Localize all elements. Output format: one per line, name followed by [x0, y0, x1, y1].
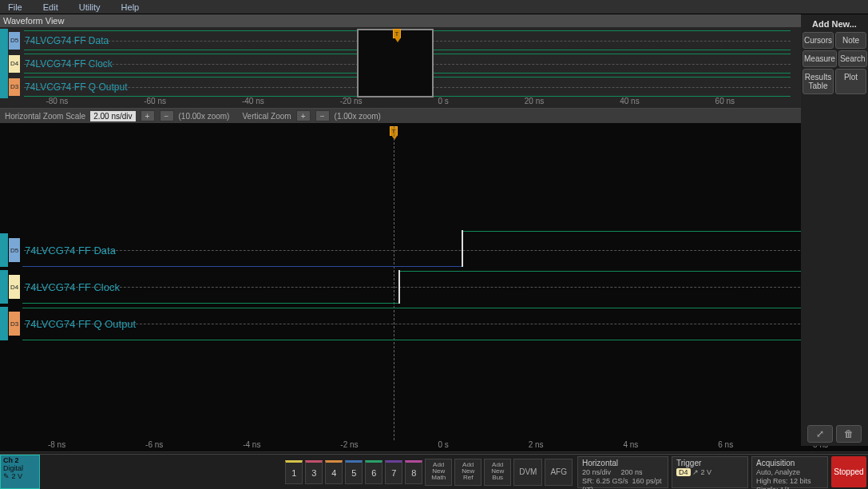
trigger-info[interactable]: Trigger D4 ↗ 2 V: [672, 456, 748, 488]
hz-zoom-readout: (10.00x zoom): [179, 112, 230, 121]
hz-scale-value[interactable]: 2.00 ns/div: [90, 111, 135, 121]
trigger-source-badge: D4: [676, 468, 691, 476]
measure-button[interactable]: Measure: [803, 50, 837, 67]
d4-high: [399, 271, 865, 272]
ch-badge-d3[interactable]: D3: [9, 312, 20, 336]
ch8-button[interactable]: 8: [405, 460, 422, 484]
vz-minus-button[interactable]: −: [315, 110, 330, 121]
waveform-view-title: Waveform View: [0, 14, 868, 27]
run-stop-button[interactable]: Stopped: [831, 456, 866, 487]
ch-zero-line: [24, 324, 868, 324]
ch-label: 74LVCG74 FF Q Output: [25, 318, 136, 330]
hz-scale-label: Horizontal Zoom Scale: [5, 112, 85, 121]
d5-edge: [462, 230, 463, 267]
d4-low: [22, 303, 399, 304]
ch-handle[interactable]: [0, 52, 8, 75]
add-ref-button[interactable]: Add New Ref: [454, 459, 482, 486]
ch6-button[interactable]: 6: [365, 460, 382, 484]
menu-utility[interactable]: Utility: [79, 2, 101, 12]
bottom-bar: Ch 2 Digital ✎ 2 V 1 3 4 5 6 7 8 Add New…: [0, 454, 868, 489]
ch1-button[interactable]: 1: [285, 460, 303, 484]
vz-plus-button[interactable]: +: [296, 110, 311, 121]
ch-handle[interactable]: [0, 75, 8, 98]
ch-handle[interactable]: [0, 307, 8, 340]
ch7-button[interactable]: 7: [385, 460, 402, 484]
vz-label: Vertical Zoom: [242, 112, 291, 121]
add-bus-button[interactable]: Add New Bus: [484, 459, 511, 486]
ch-handle[interactable]: [0, 29, 8, 52]
ch-handle[interactable]: [0, 233, 8, 267]
right-panel: Add New... Cursors Note Measure Search R…: [801, 14, 868, 446]
horizontal-info[interactable]: Horizontal 20 ns/div 200 ns SR: 6.25 GS/…: [577, 456, 668, 488]
menu-help[interactable]: Help: [121, 2, 140, 12]
ch2-info[interactable]: Ch 2 Digital ✎ 2 V: [0, 455, 40, 489]
ch-zero-line: [24, 287, 868, 288]
overview-time-axis: -80 ns -60 ns -40 ns -20 ns 0 s 20 ns 40…: [8, 97, 868, 108]
add-new-title: Add New...: [803, 16, 866, 32]
zoom-control-bar: Horizontal Zoom Scale 2.00 ns/div + − (1…: [0, 109, 868, 123]
menu-file[interactable]: File: [8, 2, 22, 12]
main-waveform-pane[interactable]: T D5 74LVCG74 FF Data D4 74LVCG74 FF Clo…: [0, 123, 868, 452]
trigger-marker-icon[interactable]: T: [393, 29, 401, 38]
hz-plus-button[interactable]: +: [141, 110, 155, 121]
ch3-button[interactable]: 3: [305, 460, 323, 484]
ch-label: 74LVCG74 FF Data: [25, 245, 116, 256]
ch-badge-d5[interactable]: D5: [9, 238, 20, 262]
ch-badge-d5[interactable]: D5: [9, 32, 20, 50]
add-math-button[interactable]: Add New Math: [425, 459, 452, 486]
vz-zoom-readout: (1.00x zoom): [335, 112, 381, 121]
d3-low: [22, 340, 865, 340]
note-button[interactable]: Note: [835, 32, 866, 49]
ch-label: 74LVCG74 FF Clock: [25, 281, 120, 293]
results-table-button[interactable]: Results Table: [803, 69, 834, 94]
ch-zero-line: [24, 250, 868, 251]
plot-button[interactable]: Plot: [835, 69, 866, 94]
ch-badge-d4[interactable]: D4: [9, 55, 20, 73]
d5-low: [22, 266, 462, 267]
afg-button[interactable]: AFG: [545, 459, 573, 486]
ch-badge-d4[interactable]: D4: [9, 275, 20, 299]
ch4-button[interactable]: 4: [325, 460, 343, 484]
d3-high: [22, 308, 865, 308]
hz-minus-button[interactable]: −: [160, 110, 174, 121]
rising-edge-icon: ↗: [692, 468, 699, 476]
d4-edge: [398, 270, 400, 304]
overview-pane[interactable]: D5 74LVCG74 FF Data D4 74LVCG74 FF Clock…: [0, 27, 868, 109]
acquisition-info[interactable]: Acquisition Auto, Analyze High Res: 12 b…: [751, 456, 828, 488]
menu-edit[interactable]: Edit: [43, 2, 58, 12]
main-time-axis: -8 ns -6 ns -4 ns -2 ns 0 s 2 ns 4 ns 6 …: [8, 440, 868, 451]
channel-buttons: 1 3 4 5 6 7 8 Add New Math Add New Ref A…: [282, 455, 576, 489]
ch-handle[interactable]: [0, 270, 8, 304]
cursors-button[interactable]: Cursors: [803, 32, 834, 49]
ch5-button[interactable]: 5: [345, 460, 363, 484]
trash-button[interactable]: 🗑: [836, 425, 862, 443]
zoom-layout-button[interactable]: ⤢: [807, 425, 833, 443]
ch-badge-d3[interactable]: D3: [9, 78, 20, 96]
menu-bar: File Edit Utility Help: [0, 0, 868, 14]
dvm-button[interactable]: DVM: [513, 459, 542, 486]
search-button[interactable]: Search: [838, 50, 867, 67]
